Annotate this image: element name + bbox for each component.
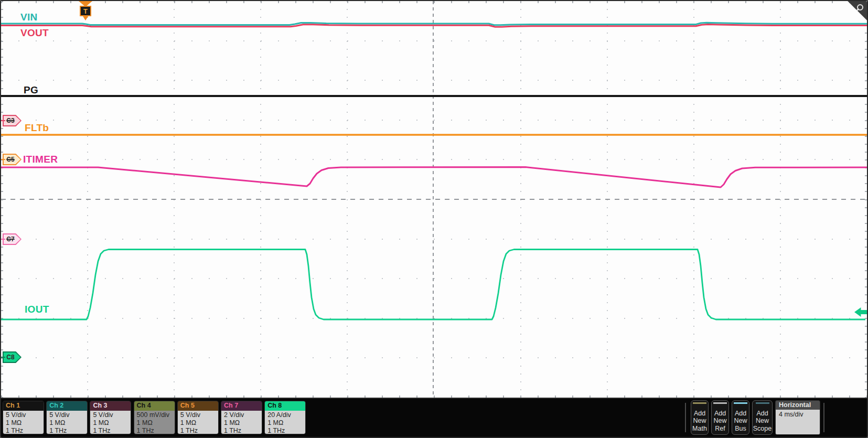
add-new-ref-button[interactable]: AddNewRef — [711, 400, 729, 435]
channel-bandwidth: 1 THz — [224, 427, 262, 434]
channel-bandwidth: 1 THz — [180, 427, 218, 434]
channel-bandwidth: 1 THz — [49, 427, 87, 434]
flag-reference-stub — [1, 159, 5, 160]
channel-badge-ch-5[interactable]: Ch 55 V/div1 MΩ1 THz — [177, 401, 219, 434]
add-new-bus-button[interactable]: AddNewBus — [732, 400, 749, 435]
bar-separator — [685, 403, 686, 432]
flag-reference-stub — [1, 239, 5, 240]
channel-impedance: 1 MΩ — [6, 419, 44, 427]
channel-badge-ch-8[interactable]: Ch 820 A/div1 MΩ1 THz — [264, 401, 306, 434]
channel-scale: 5 V/div — [6, 411, 44, 419]
itimer-label: ITIMER — [23, 154, 58, 165]
horizontal-settings-badge[interactable]: Horizontal 4 ms/div — [775, 400, 820, 435]
channel-name: Ch 7 — [221, 401, 262, 411]
channel-impedance: 1 MΩ — [93, 419, 131, 427]
channel-scale: 5 V/div — [180, 411, 218, 419]
waveform-traces — [1, 1, 867, 398]
channel-settings: 2 V/div1 MΩ1 THz — [221, 411, 262, 434]
channel-scale: 5 V/div — [93, 411, 131, 419]
button-accent-line — [713, 402, 727, 404]
channel-scale: 500 mV/div — [137, 411, 175, 419]
channel-impedance: 1 MΩ — [137, 419, 175, 427]
trigger-tip-icon — [83, 16, 88, 20]
flag-label: C8 — [6, 354, 14, 361]
channel-name: Ch 4 — [134, 401, 175, 411]
trigger-badge: T — [80, 6, 91, 16]
channel-bandwidth: 1 THz — [6, 427, 44, 434]
horizontal-title: Horizontal — [776, 401, 820, 410]
channel-name: Ch 2 — [47, 401, 87, 411]
bar-separator — [823, 403, 824, 432]
channel-bandwidth: 1 THz — [93, 427, 131, 434]
channel-impedance: 1 MΩ — [267, 419, 305, 427]
trigger-position-marker[interactable]: T — [78, 1, 93, 22]
channel-bandwidth: 1 THz — [137, 427, 175, 434]
channel-impedance: 1 MΩ — [224, 419, 262, 427]
flag-label: C5 — [6, 156, 14, 163]
channel-badge-ch-4[interactable]: Ch 4500 mV/div1 MΩ1 THz — [134, 401, 175, 434]
vout-label: VOUT — [20, 27, 49, 39]
vin-label: VIN — [20, 12, 38, 23]
channel-badge-ch-2[interactable]: Ch 25 V/div1 MΩ1 THz — [46, 401, 88, 434]
pg-label: PG — [24, 84, 38, 96]
channel-bandwidth: 1 THz — [267, 427, 305, 434]
channel-name: Ch 5 — [178, 401, 218, 411]
button-label: AddNewScope — [753, 410, 772, 433]
channel-settings: 5 V/div1 MΩ1 THz — [90, 411, 131, 434]
itimer-trace — [1, 167, 867, 188]
settings-bar: Ch 15 V/div1 MΩ1 THzCh 25 V/div1 MΩ1 THz… — [1, 399, 867, 437]
horizontal-scale-value: 4 ms/div — [776, 410, 820, 435]
button-accent-line — [756, 402, 769, 404]
channel-settings: 5 V/div1 MΩ1 THz — [3, 411, 44, 434]
channel-impedance: 1 MΩ — [49, 419, 87, 427]
flag-label: C3 — [6, 117, 14, 124]
channel-scale: 5 V/div — [49, 411, 87, 419]
channel-name: Ch 8 — [265, 401, 305, 411]
channel-name: Ch 1 — [3, 401, 44, 411]
add-new-scope-button[interactable]: AddNewScope — [752, 400, 773, 435]
channel-scale: 2 V/div — [224, 411, 262, 419]
channel-flag-c3[interactable]: C3 — [3, 115, 22, 126]
button-accent-line — [693, 402, 706, 404]
waveform-display: VINVOUTPGFLTbITIMERIOUT C3C5C7C8 T — [1, 1, 867, 398]
channel-settings: 20 A/div1 MΩ1 THz — [265, 411, 305, 434]
channel-badge-ch-1[interactable]: Ch 15 V/div1 MΩ1 THz — [3, 401, 44, 434]
button-label: AddNewRef — [712, 410, 728, 433]
flag-label: C7 — [6, 236, 14, 243]
channel-badge-ch-3[interactable]: Ch 35 V/div1 MΩ1 THz — [90, 401, 131, 434]
oscilloscope-window: VINVOUTPGFLTbITIMERIOUT C3C5C7C8 T Ch 15… — [0, 0, 868, 438]
fltb-label: FLTb — [25, 122, 49, 134]
channel-settings: 5 V/div1 MΩ1 THz — [47, 411, 87, 434]
button-label: AddNewMath — [691, 410, 708, 433]
flag-reference-stub — [1, 120, 5, 121]
channel-flag-c8[interactable]: C8 — [3, 351, 22, 363]
channel-scale: 20 A/div — [267, 411, 305, 419]
channel-flag-c5[interactable]: C5 — [3, 154, 22, 165]
channel-flag-c7[interactable]: C7 — [3, 233, 22, 245]
iout-label: IOUT — [25, 304, 49, 315]
channel-name: Ch 3 — [90, 401, 131, 411]
channel-impedance: 1 MΩ — [180, 419, 218, 427]
channel-settings: 500 mV/div1 MΩ1 THz — [134, 411, 175, 434]
channel-badge-ch-7[interactable]: Ch 72 V/div1 MΩ1 THz — [221, 401, 262, 434]
channel-settings: 5 V/div1 MΩ1 THz — [178, 411, 218, 434]
iout-trace — [1, 250, 865, 320]
add-new-math-button[interactable]: AddNewMath — [691, 400, 709, 435]
button-label: AddNewBus — [732, 410, 749, 433]
flag-reference-stub — [1, 357, 5, 358]
button-accent-line — [734, 402, 747, 404]
